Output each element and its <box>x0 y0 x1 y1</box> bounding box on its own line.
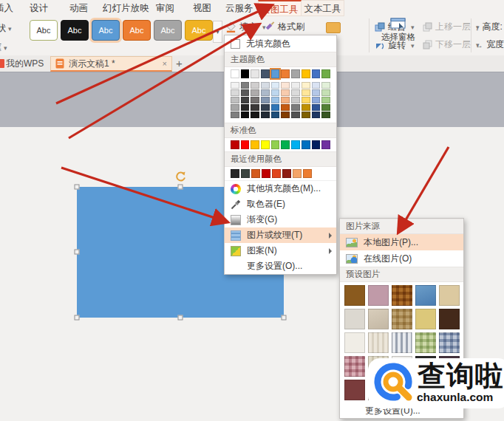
texture-swatch[interactable] <box>344 309 365 329</box>
color-swatch[interactable] <box>303 169 312 178</box>
shape-style-option[interactable]: Abc <box>154 20 182 41</box>
texture-swatch[interactable] <box>392 332 412 353</box>
color-swatch[interactable] <box>291 89 300 96</box>
color-swatch[interactable] <box>321 112 330 118</box>
color-swatch[interactable] <box>321 104 330 111</box>
texture-swatch[interactable] <box>344 356 365 377</box>
color-swatch[interactable] <box>231 112 239 118</box>
color-swatch[interactable] <box>251 169 260 178</box>
color-swatch[interactable] <box>261 140 270 149</box>
texture-swatch[interactable] <box>368 309 389 329</box>
color-swatch[interactable] <box>321 69 330 78</box>
resize-handle-nw[interactable] <box>75 185 80 190</box>
color-swatch[interactable] <box>231 140 239 149</box>
texture-swatch[interactable] <box>368 285 389 306</box>
texture-swatch[interactable] <box>415 309 436 329</box>
color-swatch[interactable] <box>281 82 290 89</box>
color-swatch[interactable] <box>231 104 239 111</box>
color-swatch[interactable] <box>291 97 300 103</box>
color-swatch[interactable] <box>271 112 280 118</box>
color-swatch[interactable] <box>271 140 280 149</box>
color-swatch[interactable] <box>262 169 270 178</box>
shape-style-option[interactable]: Abc <box>185 20 213 41</box>
shape-style-option[interactable]: Abc <box>61 20 89 41</box>
color-swatch[interactable] <box>241 140 250 149</box>
color-swatch[interactable] <box>291 82 300 89</box>
tab-slideshow[interactable]: 幻灯片放映 <box>103 0 149 16</box>
shape-style-selected[interactable]: Abc <box>92 20 120 41</box>
color-swatch[interactable] <box>321 89 330 96</box>
texture-swatch[interactable] <box>392 309 412 329</box>
color-swatch[interactable] <box>261 89 270 96</box>
color-swatch[interactable] <box>241 169 250 178</box>
color-swatch[interactable] <box>312 82 321 89</box>
texture-swatch[interactable] <box>344 285 365 306</box>
menu-item-more-fill-colors[interactable]: 其他填充颜色(M)... <box>225 180 336 196</box>
color-swatch[interactable] <box>281 104 290 111</box>
tab-insert[interactable]: 插入 <box>0 0 13 16</box>
color-swatch[interactable] <box>261 112 270 118</box>
texture-swatch[interactable] <box>368 332 389 353</box>
rotation-handle[interactable] <box>174 171 186 182</box>
color-swatch[interactable] <box>291 104 300 111</box>
color-swatch[interactable] <box>272 169 281 178</box>
color-swatch[interactable] <box>282 169 291 178</box>
color-swatch[interactable] <box>312 104 321 111</box>
color-swatch[interactable] <box>231 89 239 96</box>
color-swatch[interactable] <box>271 97 280 103</box>
texture-swatch[interactable] <box>439 309 460 329</box>
color-swatch[interactable] <box>302 112 310 118</box>
color-swatch[interactable] <box>291 140 300 149</box>
color-swatch[interactable] <box>312 89 321 96</box>
color-swatch[interactable] <box>251 104 259 111</box>
texture-swatch[interactable] <box>415 332 436 353</box>
shape-style-option[interactable]: Abc <box>30 20 58 41</box>
doc-tab-active[interactable]: 演示文稿1 * × <box>50 56 172 72</box>
color-swatch[interactable] <box>321 140 330 149</box>
shape-button[interactable]: 形状 <box>0 22 12 35</box>
close-icon[interactable]: × <box>163 59 167 68</box>
gallery-more-button[interactable]: ▾ <box>213 21 222 43</box>
color-swatch[interactable] <box>241 89 250 96</box>
tab-review[interactable]: 审阅 <box>156 0 174 16</box>
tab-cloud[interactable]: 云服务 <box>225 0 253 16</box>
color-swatch[interactable] <box>321 97 330 103</box>
tab-design[interactable]: 设计 <box>30 0 48 16</box>
color-swatch[interactable] <box>251 112 259 118</box>
color-swatch[interactable] <box>261 82 270 89</box>
color-swatch[interactable] <box>251 97 259 103</box>
menu-item-gradient[interactable]: 渐变(G) <box>225 212 336 227</box>
color-swatch[interactable] <box>312 140 321 149</box>
texture-swatch[interactable] <box>344 332 365 353</box>
color-swatch[interactable] <box>291 112 300 118</box>
color-swatch[interactable] <box>302 97 310 103</box>
texture-swatch[interactable] <box>439 285 460 306</box>
color-swatch[interactable] <box>302 69 310 78</box>
color-swatch[interactable] <box>291 69 300 78</box>
color-swatch[interactable] <box>312 112 321 118</box>
color-swatch[interactable] <box>241 112 250 118</box>
menu-item-picture-texture[interactable]: 图片或纹理(T) <box>225 227 336 243</box>
shape-style-option[interactable]: Abc <box>123 20 151 41</box>
color-swatch[interactable] <box>261 69 270 78</box>
fill-color-sample[interactable] <box>326 22 341 33</box>
color-swatch[interactable] <box>271 89 280 96</box>
texture-swatch[interactable] <box>439 332 460 353</box>
color-swatch[interactable] <box>261 104 270 111</box>
color-swatch[interactable] <box>231 169 239 178</box>
color-swatch[interactable] <box>312 69 321 78</box>
color-swatch[interactable] <box>251 82 259 89</box>
doc-tab-home[interactable]: 我的WPS × <box>6 58 55 70</box>
color-swatch[interactable] <box>241 97 250 103</box>
color-swatch[interactable] <box>302 140 310 149</box>
texture-swatch[interactable] <box>415 285 436 306</box>
menu-item-online-picture[interactable]: 在线图片(O) <box>340 250 463 267</box>
menu-item-no-fill[interactable]: 无填充颜色 <box>225 35 336 52</box>
width-field[interactable]: ↔ 宽度: <box>475 38 504 51</box>
resize-handle-n[interactable] <box>178 185 183 190</box>
color-swatch[interactable] <box>281 97 290 103</box>
texture-swatch[interactable] <box>344 380 365 400</box>
fill-button[interactable]: 填充 <box>225 21 266 33</box>
resize-handle-se[interactable] <box>282 315 287 321</box>
menu-item-local-picture[interactable]: 本地图片(P)... <box>340 234 463 250</box>
